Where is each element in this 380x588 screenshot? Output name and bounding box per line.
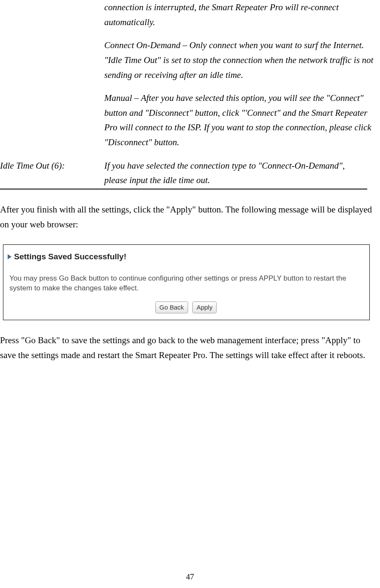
connection-type-descriptions: connection is interrupted, the Smart Rep… (104, 0, 376, 150)
paragraph-manual: Manual – After you have selected this op… (104, 91, 376, 150)
paragraph-reconnect: connection is interrupted, the Smart Rep… (104, 0, 376, 29)
dialog-title: Settings Saved Successfully! (14, 250, 126, 263)
idle-time-out-label: Idle Time Out (6): (0, 158, 104, 188)
settings-saved-dialog: Settings Saved Successfully! You may pre… (3, 244, 370, 320)
idle-time-out-description: If you have selected the connection type… (104, 158, 367, 188)
triangle-right-icon (8, 254, 11, 259)
go-back-apply-explanation: Press "Go Back" to save the settings and… (0, 333, 376, 362)
go-back-button[interactable]: Go Back (155, 301, 189, 313)
dialog-title-row: Settings Saved Successfully! (8, 250, 364, 263)
idle-time-out-row: Idle Time Out (6): If you have selected … (0, 158, 380, 188)
dialog-body-text: You may press Go Back button to continue… (9, 274, 363, 293)
page: connection is interrupted, the Smart Rep… (0, 0, 380, 588)
dialog-button-row: Go Back Apply (8, 299, 364, 314)
paragraph-on-demand: Connect On-Demand – Only connect when yo… (104, 38, 376, 82)
section-divider (0, 189, 367, 189)
page-number: 47 (0, 570, 380, 583)
apply-instruction-text: After you finish with all the settings, … (0, 202, 376, 232)
apply-button[interactable]: Apply (192, 301, 217, 313)
